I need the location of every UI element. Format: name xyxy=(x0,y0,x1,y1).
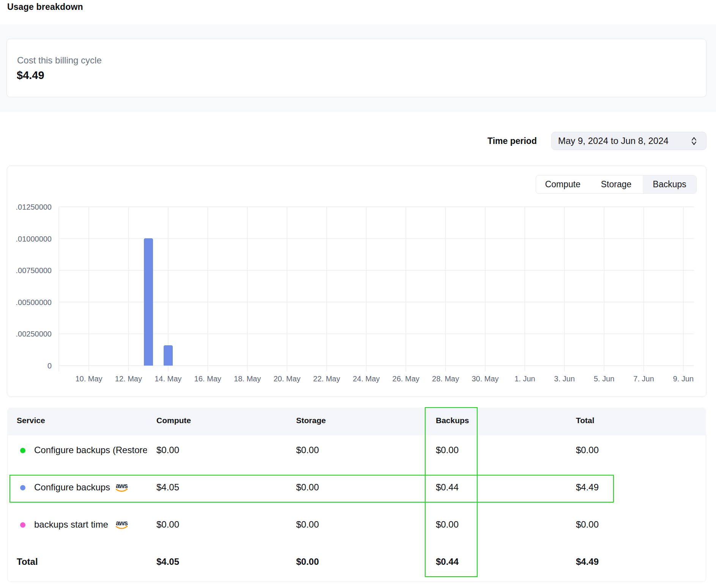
svg-text:12. May: 12. May xyxy=(115,375,142,383)
svg-text:14. May: 14. May xyxy=(155,375,181,383)
svg-text:10. May: 10. May xyxy=(75,375,102,383)
svg-text:0: 0 xyxy=(47,362,52,370)
svg-text:5. Jun: 5. Jun xyxy=(594,375,614,383)
svg-text:24. May: 24. May xyxy=(353,375,380,383)
svg-text:.00750000: .00750000 xyxy=(16,266,52,275)
svg-text:.01000000: .01000000 xyxy=(16,235,52,243)
svg-text:1. Jun: 1. Jun xyxy=(514,375,535,383)
svg-text:22. May: 22. May xyxy=(313,375,340,383)
svg-text:.01250000: .01250000 xyxy=(16,203,52,211)
svg-text:16. May: 16. May xyxy=(194,375,221,383)
svg-text:.00500000: .00500000 xyxy=(16,298,52,307)
svg-text:18. May: 18. May xyxy=(234,375,261,383)
svg-text:3. Jun: 3. Jun xyxy=(554,375,575,383)
svg-text:7. Jun: 7. Jun xyxy=(633,375,654,383)
svg-text:30. May: 30. May xyxy=(472,375,498,383)
svg-text:.00250000: .00250000 xyxy=(16,330,52,338)
svg-text:26. May: 26. May xyxy=(393,375,420,383)
svg-text:28. May: 28. May xyxy=(432,375,459,383)
svg-text:9. Jun: 9. Jun xyxy=(673,375,694,383)
svg-text:aws: aws xyxy=(116,519,128,527)
svg-text:20. May: 20. May xyxy=(273,375,300,383)
